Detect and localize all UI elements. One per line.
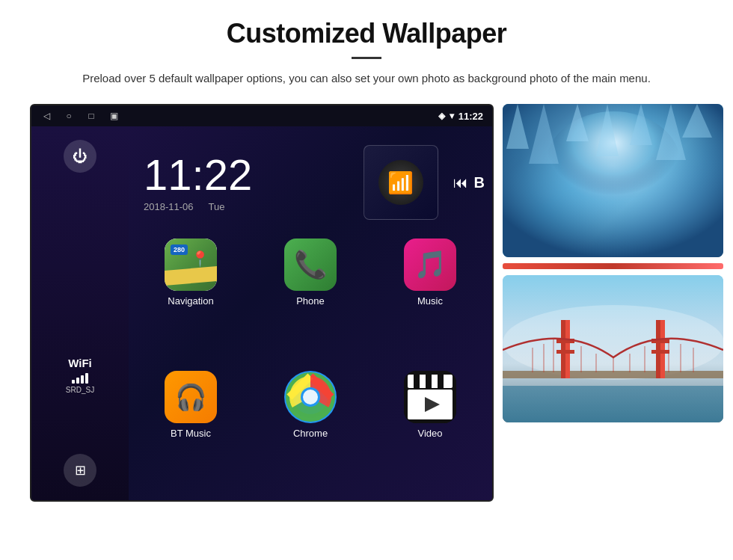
status-time: 11:22 <box>458 111 483 122</box>
app-chrome[interactable]: Chrome <box>256 371 365 493</box>
home-icon[interactable]: ○ <box>63 110 75 122</box>
svg-rect-10 <box>438 375 444 388</box>
svg-rect-29 <box>660 320 665 378</box>
svg-rect-27 <box>565 320 570 378</box>
video-icon <box>404 371 456 423</box>
music-icon: 🎵 <box>404 239 456 291</box>
nav-pin-icon: 📍 <box>191 250 209 268</box>
svg-rect-24 <box>503 386 723 422</box>
svg-rect-8 <box>414 375 420 388</box>
prev-track-icon[interactable]: ⏮ <box>453 174 468 191</box>
music-label: Music <box>417 295 443 307</box>
apps-grid-button[interactable]: ⊞ <box>64 454 96 487</box>
main-content-split: ⏻ WiFi SRD_SJ <box>31 126 492 500</box>
clock-day-value: Tue <box>209 201 225 212</box>
app-navigation[interactable]: 280 📍 Navigation <box>136 239 245 360</box>
bt-headphone-symbol: 🎧 <box>175 382 206 412</box>
navigation-label: Navigation <box>168 295 213 307</box>
android-device: ◁ ○ □ ▣ ◈ ▾ 11:22 ⏻ <box>30 104 494 502</box>
video-label: Video <box>417 428 442 439</box>
power-button[interactable]: ⏻ <box>64 140 96 173</box>
app-grid: 280 📍 Navigation 📞 <box>136 239 485 493</box>
clock-time: 11:22 <box>144 153 356 197</box>
chrome-svg <box>284 371 337 423</box>
ice-cave-bg <box>503 104 723 257</box>
music-note-symbol: 🎵 <box>414 249 447 280</box>
top-widgets: 11:22 2018-11-06 Tue 📶 <box>136 134 485 231</box>
wallpaper-ice-cave[interactable] <box>503 104 723 257</box>
wifi-status-icon: ▾ <box>450 111 454 121</box>
status-left: ◁ ○ □ ▣ <box>40 110 120 122</box>
media-wifi-icon: 📶 <box>387 170 414 195</box>
chrome-label: Chrome <box>293 428 328 439</box>
wifi-signal-bars <box>72 372 88 384</box>
media-icon: 📶 <box>378 160 423 205</box>
svg-rect-31 <box>556 350 574 354</box>
wifi-bar-4 <box>85 373 88 384</box>
device-screen: ⏻ WiFi SRD_SJ <box>31 126 492 500</box>
color-bar <box>503 263 723 269</box>
home-screen: 11:22 2018-11-06 Tue 📶 <box>129 126 492 500</box>
recents-icon[interactable]: □ <box>85 110 97 122</box>
title-divider <box>352 57 381 59</box>
location-icon: ◈ <box>438 111 445 121</box>
content-row: ◁ ○ □ ▣ ◈ ▾ 11:22 ⏻ <box>30 104 703 502</box>
video-svg <box>404 371 456 423</box>
wallpaper-golden-gate[interactable] <box>503 275 723 422</box>
clock-widget: 11:22 2018-11-06 Tue <box>136 153 356 212</box>
bridge-bg <box>503 275 723 422</box>
app-music[interactable]: 🎵 Music <box>375 239 485 360</box>
page-container: Customized Wallpaper Preload over 5 defa… <box>0 0 733 560</box>
status-bar: ◁ ○ □ ▣ ◈ ▾ 11:22 <box>31 105 492 126</box>
screenshot-icon[interactable]: ▣ <box>108 110 120 122</box>
wallpaper-thumbnails <box>503 104 723 422</box>
svg-rect-9 <box>426 375 432 388</box>
status-right: ◈ ▾ 11:22 <box>438 111 483 122</box>
next-letter-icon: B <box>474 174 485 191</box>
page-description: Preload over 5 default wallpaper options… <box>82 70 651 87</box>
navigation-icon: 280 📍 <box>165 239 217 291</box>
svg-rect-33 <box>651 350 669 354</box>
btmusic-label: BT Music <box>171 428 211 439</box>
ice-cave-svg <box>503 104 723 257</box>
wifi-bar-1 <box>72 380 75 384</box>
clock-date: 2018-11-06 Tue <box>144 201 356 212</box>
power-icon: ⏻ <box>73 149 88 164</box>
nav-road <box>165 266 217 286</box>
wifi-ssid: SRD_SJ <box>66 386 94 394</box>
phone-icon: 📞 <box>284 239 337 291</box>
svg-point-5 <box>303 390 318 404</box>
page-title: Customized Wallpaper <box>227 18 507 49</box>
btmusic-icon: 🎧 <box>165 371 217 423</box>
wifi-bar-2 <box>76 378 79 384</box>
app-btmusic[interactable]: 🎧 BT Music <box>136 371 245 493</box>
grid-icon: ⊞ <box>75 462 86 479</box>
nav-badge: 280 <box>171 244 188 255</box>
phone-symbol: 📞 <box>294 249 328 280</box>
sidebar: ⏻ WiFi SRD_SJ <box>31 126 129 500</box>
app-video[interactable]: Video <box>375 371 485 493</box>
app-phone[interactable]: 📞 Phone <box>256 239 365 360</box>
clock-date-value: 2018-11-06 <box>144 201 194 212</box>
chrome-icon <box>284 371 337 423</box>
wifi-bar-3 <box>81 375 84 384</box>
svg-point-14 <box>546 111 681 216</box>
back-icon[interactable]: ◁ <box>40 110 52 122</box>
bridge-svg <box>503 275 723 422</box>
phone-label: Phone <box>296 295 325 307</box>
wifi-label: WiFi <box>68 357 92 369</box>
media-controls: ⏮ B <box>446 174 485 191</box>
wifi-widget: WiFi SRD_SJ <box>66 357 94 394</box>
media-widget[interactable]: 📶 <box>364 145 438 220</box>
nav-map-bg: 280 📍 <box>165 239 217 291</box>
